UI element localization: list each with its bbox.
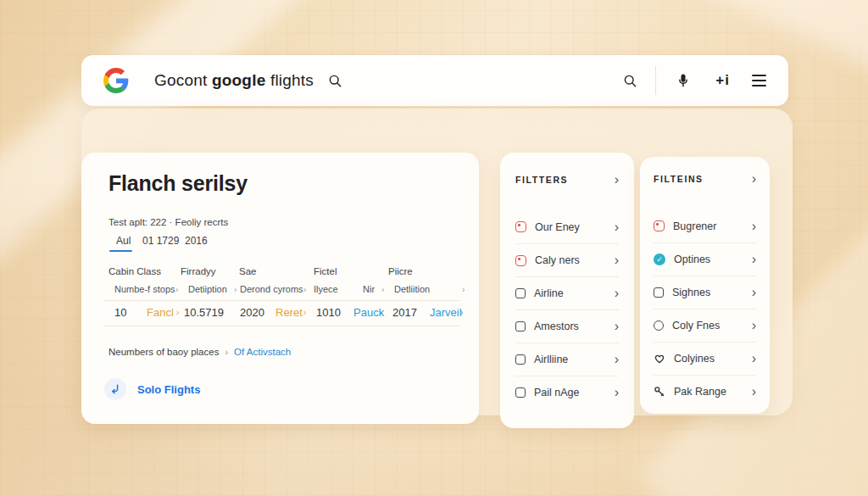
filters-card-primary: FILTTERS › Our Eney › Caly ners › Airlin…	[500, 153, 634, 428]
radio-circle-icon	[654, 320, 664, 331]
chevron-right-icon: ›	[752, 253, 756, 266]
note-link[interactable]: Of Activstach	[234, 347, 291, 357]
filters-title: FILTTERS	[515, 175, 568, 185]
filter-item-label: Pak Range	[674, 386, 726, 398]
cell-value: 10	[114, 306, 126, 319]
topbar-actions: +i	[622, 66, 766, 95]
tab-2016[interactable]: 2016	[185, 235, 208, 247]
search-input[interactable]: Gocont google flights	[154, 71, 314, 90]
chevron-right-icon: ›	[381, 285, 384, 294]
tab-011729[interactable]: 01 1729	[142, 235, 179, 247]
chevron-right-icon: ›	[175, 285, 178, 294]
filter-item-colyines[interactable]: Colyines ›	[654, 342, 756, 375]
page-title: Flanch serilsy	[108, 171, 248, 196]
filter-item-label: Caly ners	[535, 254, 580, 266]
subcolumn-dropdown[interactable]: Numbe-f stops	[114, 284, 175, 294]
chevron-right-icon: ›	[615, 220, 619, 234]
subcolumn-dropdown[interactable]: Detiiption	[188, 284, 227, 294]
menu-icon[interactable]	[752, 75, 766, 87]
filter-item-label: Optines	[674, 254, 710, 265]
chevron-right-icon: ›	[752, 220, 756, 233]
checkbox-icon	[515, 387, 526, 398]
mic-icon[interactable]	[675, 72, 692, 89]
filter-item-bugrener[interactable]: Bugrener ›	[654, 209, 756, 242]
column-header: Piicre	[388, 266, 413, 276]
column-header: Firradyy	[181, 266, 216, 276]
cell-dropdown[interactable]: Jarveil	[430, 306, 462, 319]
filters-title: FILTEINS	[654, 174, 704, 184]
note-row: Neumbers of baoy places › Of Activstach	[108, 347, 291, 357]
filter-item-pail-nage[interactable]: Pail nAge ›	[515, 376, 619, 409]
filter-item-coly-fnes[interactable]: Coly Fnes ›	[654, 309, 756, 342]
filters-header[interactable]: FILTEINS ›	[654, 167, 756, 191]
cell-dropdown[interactable]: Reret	[275, 306, 303, 319]
calendar-icon	[515, 255, 526, 266]
filter-item-airline[interactable]: Airline ›	[515, 276, 619, 309]
chevron-right-icon: ›	[752, 319, 756, 332]
checkbox-icon	[654, 287, 664, 298]
query-text: flights	[265, 71, 314, 89]
checkbox-icon	[515, 354, 526, 365]
google-search-bar: Gocont google flights +i	[81, 55, 788, 106]
divider	[103, 300, 459, 301]
flight-summary-card: Flanch serilsy Test aplt: 222 · Feoliy r…	[81, 153, 479, 424]
filter-item-amestors[interactable]: Amestors ›	[515, 309, 619, 343]
query-text: Gocont	[154, 71, 212, 89]
chevron-right-icon: ›	[615, 173, 619, 187]
filters-card-secondary: FILTEINS › Bugrener › ✓ Optines › Sighne…	[640, 157, 770, 414]
chevron-right-icon: ›	[225, 347, 228, 357]
cell-value: 1010	[316, 306, 341, 319]
filters-header[interactable]: FILTTERS ›	[515, 168, 619, 192]
column-header: Cabin Class	[108, 266, 161, 276]
check-badge-icon: ✓	[654, 254, 665, 265]
solo-flights-button[interactable]: Solo Flights	[104, 378, 200, 400]
chevron-right-icon: ›	[234, 285, 236, 294]
chevron-right-icon: ›	[303, 308, 306, 317]
subcolumn-dropdown[interactable]: Derond cyroms	[240, 284, 303, 294]
subcolumn-dropdown[interactable]: Detliition	[394, 284, 430, 294]
subcolumn-dropdown[interactable]: Nir	[363, 284, 375, 294]
active-tab-underline	[109, 250, 132, 252]
chevron-right-icon: ›	[752, 172, 756, 186]
filter-item-label: Pail nAge	[534, 387, 580, 398]
calendar-icon	[654, 220, 665, 231]
chevron-right-icon: ›	[460, 308, 463, 317]
filter-item-label: Airlliine	[534, 354, 568, 365]
column-header: Sae	[239, 266, 256, 276]
filter-item-pak-range[interactable]: Pak Range ›	[654, 375, 756, 408]
google-logo	[103, 68, 129, 93]
search-icon[interactable]	[622, 73, 638, 89]
tab-aul[interactable]: Aul	[116, 235, 131, 247]
filter-item-label: Our Eney	[535, 221, 580, 233]
filters-list: Bugrener › ✓ Optines › Sighnes › Coly Fn…	[654, 209, 756, 408]
cell-value: 2017	[392, 306, 417, 319]
filters-list: Our Eney › Caly ners › Airline › Amestor…	[515, 210, 619, 409]
filter-item-label: Bugrener	[673, 220, 716, 232]
chevron-right-icon: ›	[615, 254, 619, 267]
chevron-right-icon: ›	[176, 308, 179, 317]
filter-item-optines[interactable]: ✓ Optines ›	[654, 242, 756, 276]
chevron-right-icon: ›	[615, 320, 619, 333]
cell-dropdown[interactable]: Fancl	[147, 306, 174, 319]
tune-icon[interactable]: +i	[715, 72, 730, 89]
chevron-right-icon: ›	[462, 285, 465, 294]
heart-icon	[654, 353, 665, 365]
subcolumn-dropdown[interactable]: Ilyece	[314, 284, 338, 294]
key-icon	[654, 386, 665, 398]
divider	[655, 66, 656, 95]
filter-item-label: Colyines	[674, 353, 715, 365]
chevron-right-icon: ›	[752, 286, 756, 299]
checkbox-icon	[515, 288, 526, 298]
checkbox-icon	[515, 321, 526, 332]
filter-item-sighnes[interactable]: Sighnes ›	[654, 276, 756, 309]
column-header: Fictel	[314, 266, 337, 276]
filter-item-our-eney[interactable]: Our Eney ›	[515, 210, 619, 243]
chevron-right-icon: ›	[615, 353, 619, 366]
search-icon[interactable]	[327, 73, 343, 89]
divider	[103, 326, 459, 326]
filter-item-caly-ners[interactable]: Caly ners ›	[515, 243, 619, 276]
filter-item-airlliine[interactable]: Airlliine ›	[515, 343, 619, 376]
cell-value: 10.5719	[184, 306, 224, 319]
flight-subtitle: Test aplt: 222 · Feoliy recrts	[108, 217, 228, 227]
calendar-icon	[515, 221, 526, 232]
